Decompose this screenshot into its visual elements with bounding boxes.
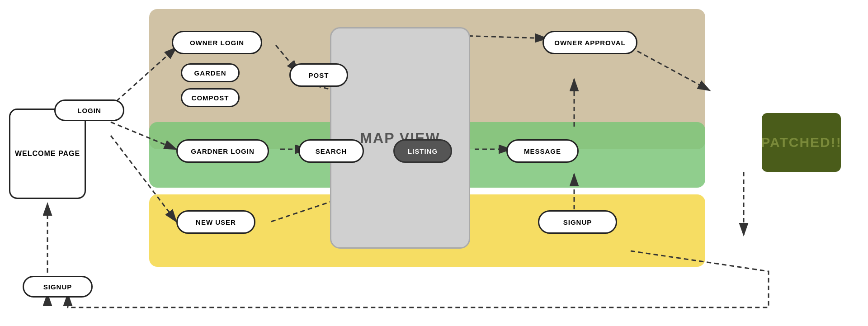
patched-label: PATCHED!! [761,134,842,151]
new-user-node: NEW USER [176,210,255,234]
owner-login-node: OWNER LOGIN [172,31,262,54]
diagram-container: MAP VIEW [0,0,868,326]
signup-left-node: SIGNUP [23,276,93,298]
search-node: SEARCH [298,139,364,163]
post-node: POST [289,63,348,87]
login-node: LOGIN [54,99,124,121]
owner-approval-node: OWNER APPROVAL [542,31,637,54]
garden-node: GARDEN [181,63,240,82]
map-view-box: MAP VIEW [330,27,470,249]
message-node: MESSAGE [506,139,579,163]
signup-right-node: SIGNUP [538,210,617,234]
gardner-login-node: GARDNER LOGIN [176,139,269,163]
listing-node: LISTING [393,139,452,163]
patched-box: PATCHED!! [762,113,841,172]
welcome-page-node: WELCOME PAGE [9,109,86,199]
compost-node: COMPOST [181,88,240,107]
